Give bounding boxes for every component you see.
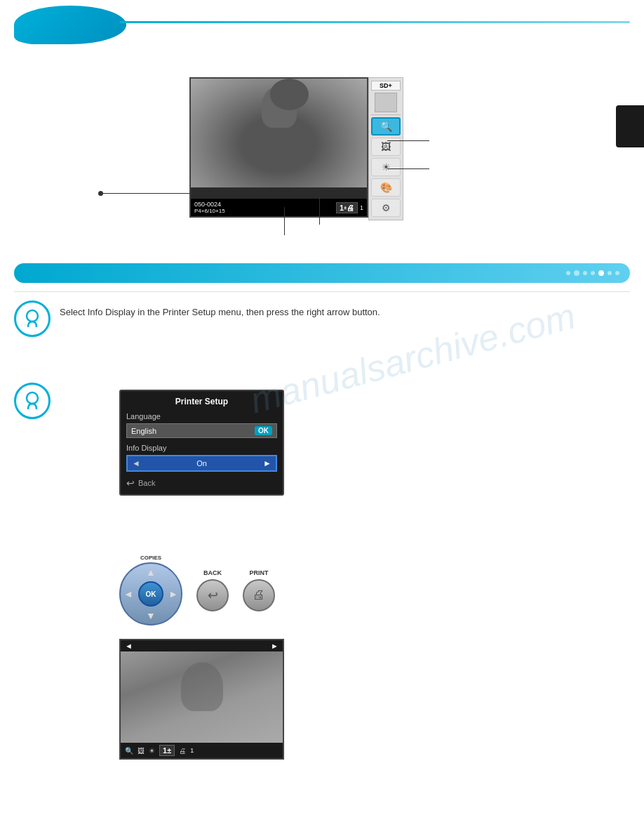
printer-setup-screen: Printer Setup Language English OK Info D… [119, 390, 284, 496]
back-button-label: BACK [203, 569, 222, 576]
back-button-group: BACK ↩ [196, 569, 229, 611]
ps-back-row: ↩ Back [126, 477, 277, 489]
ps-language-value: English [131, 427, 156, 435]
preview-print-icon: 🖨 [179, 747, 186, 755]
bottom-nav-right: ► [271, 642, 279, 650]
ps-info-display-field: ◄ On ► [126, 455, 277, 472]
print-icon: 🖨 [347, 204, 354, 212]
svg-point-1 [27, 392, 38, 404]
dpad-up-arrow[interactable]: ▲ [146, 567, 156, 578]
dpad-left-arrow[interactable]: ◄ [123, 588, 133, 600]
step-1-bubble [14, 300, 51, 337]
paper-size: P4×6/10×15 [194, 208, 225, 214]
preview-copies-sign: ± [167, 746, 171, 755]
annotation-line-left [98, 193, 193, 194]
preview-image-icon: 🖼 [137, 747, 145, 755]
header-line [119, 21, 630, 23]
section-bar [14, 263, 630, 283]
dot-5 [598, 270, 604, 276]
ps-arrow-right-icon: ► [263, 458, 271, 468]
ps-info-display-value: On [196, 459, 207, 468]
annotation-line-sd [387, 140, 429, 141]
svg-point-0 [27, 310, 38, 322]
camera-lcd-screen: ◄ ► 050-0024 P4×6/10×15 1 ± 🖨 1 [189, 77, 368, 218]
dog-silhouette [191, 79, 367, 187]
hr-line [14, 291, 630, 292]
preview-copies-box: 1 ± [159, 745, 175, 756]
ps-ok-button[interactable]: OK [255, 426, 272, 435]
dog-photo [191, 79, 367, 187]
preview-count: 1 [190, 747, 194, 754]
header-decoration [0, 0, 644, 56]
sd-label: SD+ [371, 81, 401, 91]
sd-icon-search[interactable]: 🔍 [371, 117, 401, 135]
info-controls: 1 ± 🖨 1 [336, 202, 363, 213]
annotation-line-sd2 [387, 168, 429, 169]
bottom-preview-nav: ◄ ► [121, 640, 283, 651]
sd-divider [371, 114, 401, 115]
ps-language-label: Language [126, 412, 277, 421]
back-button[interactable]: ↩ [196, 579, 229, 611]
step-1-text: Select Info Display in the Printer Setup… [60, 305, 623, 319]
dot-7 [615, 271, 619, 275]
sd-slot [375, 93, 397, 112]
sd-icon-settings[interactable]: ⚙ [371, 199, 401, 217]
dot-1 [566, 271, 570, 275]
copies-label: COPIES [140, 555, 161, 561]
ps-title: Printer Setup [126, 397, 277, 406]
dot-6 [608, 271, 612, 275]
print-button-group: PRINT 🖨 [243, 569, 275, 611]
copies-count: 1 [360, 204, 363, 211]
step-1-icon [22, 309, 42, 329]
sd-icon-color[interactable]: 🎨 [371, 178, 401, 197]
dpad[interactable]: ▲ ▼ ◄ ► OK [119, 562, 182, 626]
dot-indicator [566, 270, 619, 276]
ps-language-field: English OK [126, 423, 277, 438]
dot-4 [591, 271, 595, 275]
dot-3 [583, 271, 587, 275]
step-2-icon [22, 391, 42, 411]
screen-info-bar: 050-0024 P4×6/10×15 1 ± 🖨 1 [191, 199, 367, 216]
ps-arrow-left-icon: ◄ [132, 458, 140, 468]
dot-2 [574, 270, 579, 276]
ps-back-label: Back [138, 479, 155, 487]
bottom-dog-photo [121, 651, 283, 743]
black-tab [616, 105, 644, 147]
annotation-dot-right [319, 197, 320, 225]
sd-card-panel: SD+ 🔍 🖼 ☀ 🎨 ⚙ [368, 77, 403, 220]
print-button[interactable]: 🖨 [243, 579, 275, 611]
header-blob [14, 6, 126, 44]
camera-screen-area: ◄ ► 050-0024 P4×6/10×15 1 ± 🖨 1 SD+ 🔍 [189, 77, 403, 220]
dpad-right-arrow[interactable]: ► [168, 588, 178, 600]
ps-info-display-label: Info Display [126, 444, 277, 452]
dpad-down-arrow[interactable]: ▼ [146, 610, 156, 621]
dpad-center-ok[interactable]: OK [138, 581, 163, 607]
bottom-preview: ◄ ► 🔍 🖼 ☀ 1 ± 🖨 1 [119, 639, 284, 760]
sd-icon-brightness[interactable]: ☀ [371, 158, 401, 176]
step-2-bubble [14, 383, 51, 419]
file-number: 050-0024 [194, 201, 225, 208]
file-info: 050-0024 P4×6/10×15 [194, 201, 225, 214]
bottom-info-bar: 🔍 🖼 ☀ 1 ± 🖨 1 [121, 743, 283, 758]
ps-back-icon: ↩ [126, 477, 135, 489]
bottom-nav-left: ◄ [125, 642, 133, 650]
controller-container: COPIES ▲ ▼ ◄ ► OK BACK ↩ PRINT 🖨 [119, 555, 275, 626]
print-button-label: PRINT [250, 569, 269, 576]
copies-display: 1 ± 🖨 [336, 202, 358, 213]
preview-sun-icon: ☀ [149, 747, 155, 755]
preview-search-icon: 🔍 [125, 747, 133, 755]
annotation-dot-mid [284, 207, 285, 235]
